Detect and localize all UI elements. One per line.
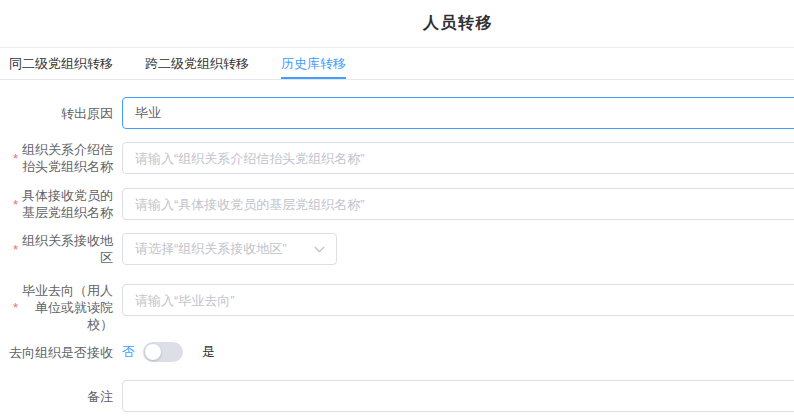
switch-off-label: 否 bbox=[122, 343, 135, 361]
form-row-destination-org-accept: 去向组织是否接收 否 是 bbox=[0, 342, 215, 362]
form-row-receiving-region: * 组织关系接收地 区 请选择“组织关系接收地区” bbox=[0, 233, 337, 265]
page-title: 人员转移 bbox=[0, 13, 794, 35]
field-label-receiving-region: * 组织关系接收地 区 bbox=[0, 232, 113, 266]
field-label-graduation-destination: * 毕业去向（用人 单位或就读院 校） bbox=[0, 282, 113, 333]
graduation-destination-input[interactable] bbox=[122, 284, 794, 316]
tab-history-library-transfer[interactable]: 历史库转移 bbox=[281, 48, 346, 79]
chevron-down-icon bbox=[313, 243, 326, 256]
remarks-input[interactable] bbox=[122, 380, 794, 412]
field-label-destination-org-accept: 去向组织是否接收 bbox=[0, 344, 113, 361]
field-label-remarks: 备注 bbox=[0, 388, 113, 405]
required-asterisk: * bbox=[13, 152, 18, 165]
letter-header-org-name-input[interactable] bbox=[122, 142, 794, 174]
form-row-letter-header-org-name: * 组织关系介绍信 抬头党组织名称 bbox=[0, 142, 794, 174]
switch-knob bbox=[145, 344, 161, 360]
switch-on-label: 是 bbox=[202, 343, 215, 361]
required-asterisk: * bbox=[13, 198, 18, 211]
accept-toggle-switch[interactable] bbox=[143, 342, 183, 362]
transfer-type-tabbar: 同二级党组织转移 跨二级党组织转移 历史库转移 bbox=[0, 47, 794, 80]
receiving-region-select[interactable]: 请选择“组织关系接收地区” bbox=[122, 233, 337, 265]
receiving-grassroots-org-name-input[interactable] bbox=[122, 188, 794, 220]
form-row-receiving-grassroots-org-name: * 具体接收党员的 基层党组织名称 bbox=[0, 188, 794, 220]
required-asterisk: * bbox=[13, 243, 18, 256]
transfer-reason-input[interactable] bbox=[122, 97, 794, 129]
field-label-transfer-reason: 转出原因 bbox=[0, 105, 113, 122]
tab-cross-secondary-org-transfer[interactable]: 跨二级党组织转移 bbox=[145, 48, 249, 79]
form-row-remarks: 备注 bbox=[0, 380, 794, 412]
field-label-receiving-grassroots-org-name: * 具体接收党员的 基层党组织名称 bbox=[0, 187, 113, 221]
field-label-letter-header-org-name: * 组织关系介绍信 抬头党组织名称 bbox=[0, 141, 113, 175]
form-row-transfer-reason: 转出原因 bbox=[0, 97, 794, 129]
tab-same-secondary-org-transfer[interactable]: 同二级党组织转移 bbox=[9, 48, 113, 79]
required-asterisk: * bbox=[13, 301, 18, 314]
personnel-transfer-page: { "page_title": "人员转移", "required_marker… bbox=[0, 0, 794, 417]
form-row-graduation-destination: * 毕业去向（用人 单位或就读院 校） bbox=[0, 284, 794, 316]
